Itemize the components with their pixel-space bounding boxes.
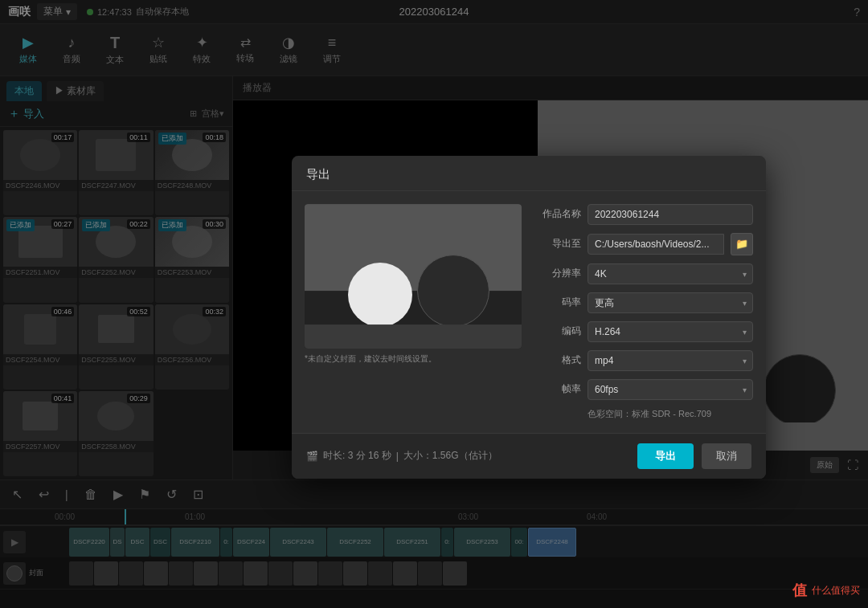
preview-img-inner [305, 204, 522, 349]
fps-label: 帧率 [534, 382, 581, 396]
fps-select[interactable]: 60fps 30fps 24fps [588, 379, 753, 400]
export-button[interactable]: 导出 [637, 443, 694, 469]
modal-header: 导出 [292, 156, 766, 191]
codec-select[interactable]: H.264 H.265 [588, 321, 753, 342]
resolution-label: 分辨率 [534, 267, 581, 280]
preview-image [305, 204, 522, 349]
codec-select-wrapper: H.264 H.265 [588, 321, 753, 342]
modal-settings: 作品名称 导出至 📁 分辨率 4K 1080p 720p [534, 204, 753, 420]
project-name-label: 作品名称 [534, 207, 581, 221]
fps-select-wrapper: 60fps 30fps 24fps [588, 379, 753, 400]
export-to-label: 导出至 [534, 237, 581, 251]
codec-label: 编码 [534, 324, 581, 338]
export-modal: 导出 *未自定义封面，建议去时间线设置。 作品名称 导 [292, 156, 766, 479]
folder-icon: 📁 [735, 238, 748, 250]
browse-folder-button[interactable]: 📁 [731, 233, 753, 255]
fps-row: 帧率 60fps 30fps 24fps [534, 379, 753, 400]
watermark-text: 什么值得买 [812, 584, 860, 598]
preview-note: *未自定义封面，建议去时间线设置。 [305, 353, 522, 365]
export-to-row: 导出至 📁 [534, 233, 753, 255]
bitrate-select[interactable]: 更高 高 中 [588, 292, 753, 313]
watermark: 值 什么值得买 [792, 581, 860, 600]
preview-bg [305, 204, 522, 291]
resolution-row: 分辨率 4K 1080p 720p [534, 263, 753, 284]
modal-body: *未自定义封面，建议去时间线设置。 作品名称 导出至 📁 分辨率 [292, 191, 766, 433]
bitrate-row: 码率 更高 高 中 [534, 292, 753, 313]
project-name-row: 作品名称 [534, 204, 753, 225]
bitrate-select-wrapper: 更高 高 中 [588, 292, 753, 313]
preview-obj-dark [417, 255, 489, 327]
format-select-wrapper: mp4 mov [588, 350, 753, 371]
resolution-select-wrapper: 4K 1080p 720p [588, 263, 753, 284]
resolution-select[interactable]: 4K 1080p 720p [588, 263, 753, 284]
preview-obj-white [348, 263, 412, 327]
color-space-row: 色彩空间：标准 SDR - Rec.709 [534, 408, 753, 420]
modal-preview: *未自定义封面，建议去时间线设置。 [305, 204, 522, 420]
film-icon: 🎬 [306, 451, 318, 462]
codec-row: 编码 H.264 H.265 [534, 321, 753, 342]
export-path-input[interactable] [588, 234, 724, 255]
preview-base [305, 324, 522, 349]
project-name-input[interactable] [588, 204, 753, 225]
watermark-icon: 值 [792, 581, 807, 600]
footer-info: 🎬 时长: 3 分 16 秒 | 大小：1.56G（估计） [306, 449, 629, 463]
format-label: 格式 [534, 353, 581, 367]
cancel-button[interactable]: 取消 [702, 443, 751, 469]
bitrate-label: 码率 [534, 296, 581, 309]
format-row: 格式 mp4 mov [534, 350, 753, 371]
format-select[interactable]: mp4 mov [588, 350, 753, 371]
modal-footer: 🎬 时长: 3 分 16 秒 | 大小：1.56G（估计） 导出 取消 [292, 433, 766, 479]
